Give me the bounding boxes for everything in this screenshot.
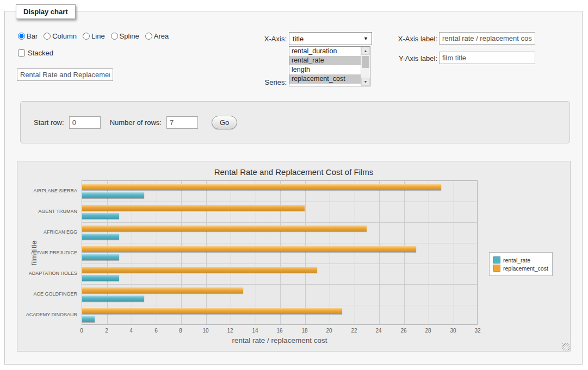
number-of-rows-input[interactable] (166, 116, 198, 129)
x-axis-label-label: X-Axis label: (360, 35, 437, 43)
chart-type-label: Spline (120, 32, 139, 40)
bar-rental_rate (82, 234, 119, 240)
x-axis-tick-label: 32 (471, 328, 485, 334)
x-axis-tick-label: 24 (372, 328, 386, 334)
chart-type-label: Area (154, 32, 169, 40)
chart-type-option-bar[interactable]: Bar (18, 32, 38, 40)
bar-replacement_cost (82, 246, 416, 252)
x-axis-tick-label: 20 (322, 328, 336, 334)
series-option-rental_rate[interactable]: rental_rate (289, 56, 361, 65)
chart-x-axis-title: rental rate / replacement cost (82, 336, 478, 344)
y-axis-category-label: ACE GOLDFINGER (17, 291, 77, 297)
gridline (82, 264, 477, 264)
gridline (82, 243, 477, 243)
gridline (256, 181, 256, 324)
chart-type-label: Column (52, 32, 77, 40)
chart-type-radio-area[interactable] (145, 33, 152, 40)
number-of-rows-label: Number of rows: (110, 118, 162, 127)
chart-type-option-line[interactable]: Line (83, 32, 105, 40)
x-axis-tick-label: 28 (421, 328, 435, 334)
x-axis-tick-label: 16 (273, 328, 287, 334)
gridline (330, 181, 330, 324)
x-axis-tick-label: 8 (174, 328, 188, 334)
bar-replacement_cost (82, 205, 305, 211)
go-button[interactable]: Go (212, 116, 237, 129)
y-axis-category-label: AFRICAN EGG (17, 229, 77, 235)
x-axis-select-value: title (293, 35, 304, 43)
x-axis-tick-label: 0 (75, 328, 89, 334)
x-axis-tick-label: 30 (446, 328, 460, 334)
start-row-input[interactable] (69, 116, 101, 129)
chart-panel: Rental Rate and Replacement Cost of Film… (17, 161, 571, 352)
series-list-label: Series: (239, 78, 287, 86)
x-axis-select-label: X-Axis: (239, 35, 287, 43)
gridline (157, 181, 157, 324)
x-axis-tick-label: 22 (347, 328, 361, 334)
chart-type-label: Line (91, 32, 105, 40)
chart-type-radio-bar[interactable] (18, 33, 25, 40)
legend-label: replacement_cost (503, 265, 548, 272)
x-axis-tick-label: 6 (149, 328, 163, 334)
panel-legend: Display chart (16, 4, 76, 19)
gridline (107, 181, 108, 324)
bar-replacement_cost (82, 184, 441, 190)
gridline (82, 202, 477, 202)
legend-item: replacement_cost (493, 265, 548, 272)
series-scrollbar[interactable]: ▲ ▼ (361, 47, 370, 86)
gridline (181, 181, 182, 324)
gridline (206, 181, 207, 324)
chart-type-radio-line[interactable] (83, 33, 90, 40)
bar-rental_rate (82, 316, 95, 322)
series-multiselect[interactable]: rental_durationrental_ratelengthreplacem… (289, 46, 370, 86)
chart-type-radio-column[interactable] (44, 33, 51, 40)
y-axis-category-label: AGENT TRUMAN (17, 208, 77, 215)
chart-title-input[interactable] (17, 68, 113, 81)
row-range-panel: Start row: Number of rows: Go (20, 101, 570, 143)
chart-type-option-area[interactable]: Area (145, 32, 169, 40)
gridline (280, 181, 281, 324)
stacked-checkbox[interactable] (18, 49, 25, 57)
bar-rental_rate (82, 275, 119, 281)
chart-legend: rental_ratereplacement_cost (489, 252, 553, 276)
gridline (82, 305, 477, 305)
chart-type-option-spline[interactable]: Spline (111, 32, 139, 40)
gridline (429, 181, 429, 324)
bar-rental_rate (82, 192, 144, 198)
series-option-length[interactable]: length (289, 65, 361, 74)
bar-rental_rate (82, 213, 119, 219)
legend-swatch (493, 256, 500, 264)
x-axis-label-input[interactable] (439, 32, 535, 45)
display-chart-panel: Display chart BarColumnLineSplineArea St… (4, 11, 583, 365)
x-axis-tick-label: 10 (199, 328, 213, 334)
y-axis-category-label: ACADEMY DINOSAUR (17, 311, 77, 318)
chart-type-options: BarColumnLineSplineArea (18, 32, 169, 40)
y-axis-category-label: AFFAIR PREJUDICE (17, 249, 77, 256)
x-axis-tick-label: 12 (223, 328, 237, 334)
stacked-checkbox-row[interactable]: Stacked (18, 49, 53, 57)
y-axis-label-label: Y-Axis label: (360, 54, 437, 62)
series-option-replacement_cost[interactable]: replacement_cost (289, 74, 361, 84)
gridline (404, 181, 405, 324)
x-axis-tick-label: 26 (397, 328, 411, 334)
y-axis-category-label: AIRPLANE SIERRA (17, 187, 77, 194)
bar-replacement_cost (82, 225, 367, 231)
scroll-down-icon[interactable]: ▼ (361, 78, 370, 86)
x-axis-tick-label: 2 (100, 328, 114, 334)
x-axis-tick-label: 4 (124, 328, 138, 334)
chart-type-radio-spline[interactable] (111, 33, 118, 40)
resize-handle-icon[interactable] (562, 343, 570, 350)
chart-type-option-column[interactable]: Column (44, 32, 77, 40)
legend-label: rental_rate (503, 257, 530, 264)
plot-area (82, 180, 478, 325)
stacked-label: Stacked (28, 49, 53, 57)
y-axis-label-input[interactable] (439, 52, 535, 64)
bar-rental_rate (82, 254, 119, 260)
gridline (132, 181, 132, 324)
gridline (379, 181, 380, 324)
series-option-rental_duration[interactable]: rental_duration (289, 47, 361, 56)
bar-replacement_cost (82, 267, 317, 273)
start-row-label: Start row: (34, 118, 64, 127)
scroll-up-icon[interactable]: ▲ (361, 47, 370, 55)
bar-replacement_cost (82, 308, 342, 314)
chart-title: Rental Rate and Replacement Cost of Film… (17, 167, 570, 177)
